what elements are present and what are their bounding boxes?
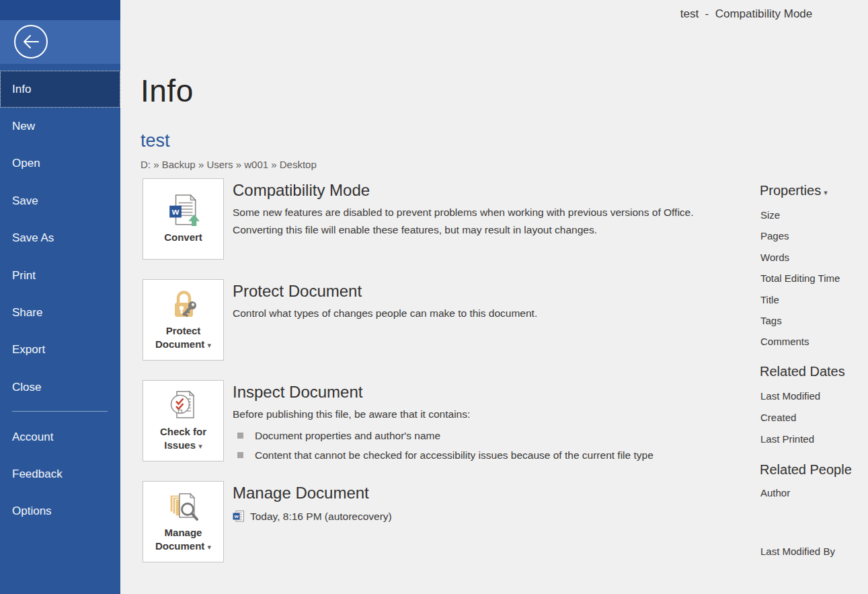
sidebar-nav: Info New Open Save Save As Print Share E…: [0, 71, 120, 406]
property-label-comments: Comments: [760, 331, 840, 352]
sidebar-item-save-as[interactable]: Save As: [0, 220, 120, 257]
related-people-heading: Related People: [760, 462, 852, 478]
svg-text:w: w: [233, 513, 239, 519]
related-dates-created: Created: [760, 407, 820, 429]
autorecovery-version-label: Today, 8:16 PM (autorecovery): [250, 511, 392, 523]
window-title: test - Compatibility Mode: [632, 7, 861, 21]
protect-lock-icon: [167, 289, 200, 321]
related-dates-last-printed: Last Printed: [760, 429, 820, 450]
inspect-heading: Inspect Document: [233, 383, 736, 402]
document-name: test: [141, 131, 170, 151]
property-label-tags: Tags: [760, 310, 840, 331]
convert-button-label: Convert: [164, 231, 202, 244]
dropdown-caret-icon: ▾: [207, 341, 211, 349]
word-backstage-view: test - Compatibility Mode Info New Open …: [0, 0, 868, 594]
inspect-document-icon: [167, 389, 200, 422]
inspect-bullet-list: Document properties and author's name Co…: [233, 429, 736, 462]
manage-document-button[interactable]: ManageDocument ▾: [143, 481, 224, 562]
related-people-author-label: Author: [760, 487, 790, 498]
related-dates-list: Last Modified Created Last Printed: [760, 385, 820, 450]
check-for-issues-button[interactable]: Check forIssues ▾: [143, 380, 224, 461]
convert-icon: w: [167, 194, 200, 227]
word-file-icon: w: [233, 511, 244, 522]
inspect-bullet-item: Document properties and author's name: [233, 429, 736, 443]
svg-text:w: w: [171, 207, 179, 217]
related-people-last-modified-by-label: Last Modified By: [760, 546, 835, 557]
bullet-square-icon: [237, 452, 243, 458]
sidebar-item-account[interactable]: Account: [0, 418, 120, 455]
protect-document-button[interactable]: ProtectDocument ▾: [143, 279, 224, 361]
manage-document-icon: [167, 490, 200, 523]
titlebar-strip: [0, 0, 120, 20]
back-band: [0, 20, 120, 64]
sidebar-footer-nav: Account Feedback Options: [0, 418, 120, 530]
dropdown-caret-icon: ▾: [824, 188, 828, 196]
sidebar: Info New Open Save Save As Print Share E…: [0, 0, 120, 594]
back-button[interactable]: [14, 25, 48, 59]
inspect-body: Before publishing this file, be aware th…: [233, 406, 736, 423]
page-title: Info: [141, 73, 194, 109]
sidebar-item-close[interactable]: Close: [0, 369, 120, 406]
property-label-pages: Pages: [760, 225, 840, 246]
protect-heading: Protect Document: [233, 282, 736, 301]
inspect-bullet-item: Content that cannot be checked for acces…: [233, 449, 736, 462]
related-dates-last-modified: Last Modified: [760, 385, 820, 407]
document-path: D: » Backup » Users » w001 » Desktop: [141, 159, 317, 170]
bullet-square-icon: [237, 433, 243, 439]
compatibility-section: Compatibility Mode Some new features are…: [233, 181, 736, 239]
dropdown-caret-icon: ▾: [207, 543, 211, 551]
sidebar-item-info[interactable]: Info: [0, 71, 120, 108]
check-for-issues-button-label: Check forIssues ▾: [160, 425, 206, 453]
property-label-title: Title: [760, 289, 840, 310]
sidebar-divider: [12, 411, 108, 412]
property-label-words: Words: [760, 247, 840, 268]
properties-dropdown[interactable]: Properties▾: [760, 183, 828, 198]
related-dates-heading: Related Dates: [760, 364, 845, 379]
property-label-total-editing-time: Total Editing Time: [760, 268, 840, 289]
manage-heading: Manage Document: [233, 484, 736, 503]
dropdown-caret-icon: ▾: [198, 442, 202, 450]
back-arrow-icon: [22, 34, 40, 50]
convert-button[interactable]: w Convert: [143, 178, 224, 260]
protect-section: Protect Document Control what types of c…: [233, 282, 736, 322]
manage-document-button-label: ManageDocument ▾: [155, 526, 211, 554]
protect-body: Control what types of changes people can…: [233, 305, 736, 322]
compatibility-heading: Compatibility Mode: [233, 181, 736, 200]
sidebar-item-export[interactable]: Export: [0, 332, 120, 369]
sidebar-item-open[interactable]: Open: [0, 145, 120, 182]
protect-document-button-label: ProtectDocument ▾: [155, 324, 211, 352]
property-label-size: Size: [760, 205, 840, 225]
manage-section: Manage Document w Today, 8:16 PM (autore…: [233, 484, 736, 523]
sidebar-item-feedback[interactable]: Feedback: [0, 455, 120, 492]
sidebar-item-share[interactable]: Share: [0, 294, 120, 331]
properties-label-list: Size Pages Words Total Editing Time Titl…: [760, 205, 840, 352]
autorecovery-version-item[interactable]: w Today, 8:16 PM (autorecovery): [233, 511, 736, 523]
sidebar-item-options[interactable]: Options: [0, 493, 120, 530]
compatibility-body: Some new features are disabled to preven…: [233, 204, 736, 239]
inspect-section: Inspect Document Before publishing this …: [233, 383, 736, 462]
sidebar-item-save[interactable]: Save: [0, 182, 120, 219]
sidebar-item-print[interactable]: Print: [0, 257, 120, 294]
sidebar-item-new[interactable]: New: [0, 108, 120, 145]
